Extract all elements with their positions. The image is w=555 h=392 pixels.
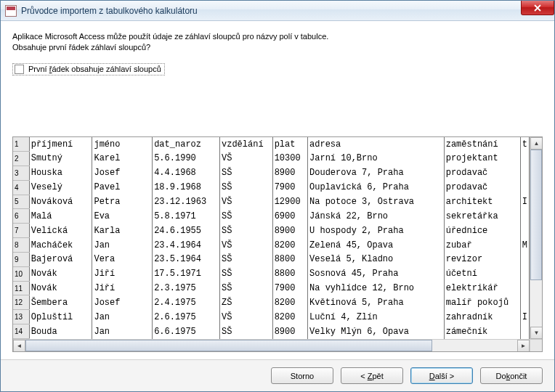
cell [520,152,529,166]
cell [520,224,529,238]
cell: I [520,310,529,324]
preview-grid: 1příjmeníjménodat_narozvzděláníplatadres… [12,136,543,352]
cell: SŠ [219,324,272,339]
cell: 7900 [272,281,307,295]
table-row[interactable]: 5NovákováPetra23.12.1963VŠ12900Na potoce… [13,195,530,209]
cell [520,180,529,195]
cell: Jiří [92,281,153,295]
table-row[interactable]: 13OpluštilJan2.6.1975VŠ8200Luční 4, Zlín… [13,310,530,324]
cell: 7900 [272,180,307,195]
table-row[interactable]: 2SmutnýKarel5.6.1990VŠ10300Jarní 10,Brno… [13,152,530,166]
row-number: 14 [13,324,29,339]
cell: 12900 [272,195,307,209]
vertical-scroll-thumb[interactable] [530,150,542,280]
table-row[interactable]: 10NovákJiří17.5.1971SŠ8800Sosnová 45, Pr… [13,266,530,281]
finish-button[interactable]: Dokončit [480,367,543,384]
close-button[interactable] [521,1,554,15]
cell: VŠ [219,195,272,209]
cell: Luční 4, Zlín [308,310,445,324]
horizontal-scroll-track[interactable] [432,340,517,351]
first-row-headers-label: První řádek obsahuje záhlaví sloupců [28,65,161,73]
scroll-left-arrow-icon[interactable]: ◄ [13,340,25,352]
horizontal-scrollbar[interactable]: ◄ ► [13,339,542,351]
cell: dat_naroz [153,137,220,152]
row-number: 6 [13,209,29,224]
scroll-up-arrow-icon[interactable]: ▲ [530,137,542,150]
scroll-right-arrow-icon[interactable]: ► [517,340,530,352]
cell: Květinová 5, Praha [308,295,445,310]
first-row-headers-option[interactable]: První řádek obsahuje záhlaví sloupců [12,63,165,75]
cell: 23.5.1964 [153,252,220,266]
first-row-headers-checkbox[interactable] [15,65,24,74]
close-icon [534,4,541,12]
cell: SŠ [219,252,272,266]
horizontal-scroll-thumb[interactable] [25,340,432,351]
cell: 18.9.1968 [153,180,220,195]
table-row[interactable]: 9BajerováVera23.5.1964SŠ8800Veselá 5, Kl… [13,252,530,266]
row-number: 2 [13,152,29,166]
table-row[interactable]: 3HouskaJosef4.4.1968SŠ8900Douderova 7, P… [13,166,530,180]
table-row[interactable]: 14BoudaJan6.6.1975SŠ8900Velky Mlýn 6, Op… [13,324,530,339]
next-button[interactable]: Další > [410,367,473,384]
cell: Jiří [92,266,153,281]
cell: zubař [444,238,520,253]
cell: VŠ [219,152,272,166]
cell: 8200 [272,238,307,253]
cell: 8800 [272,252,307,266]
cancel-button[interactable]: Storno [271,367,333,384]
cell: prodavač [444,180,520,195]
app-icon [5,5,17,17]
cell: U hospody 2, Praha [308,224,445,238]
cell [520,209,529,224]
cell: Jarní 10,Brno [308,152,445,166]
cell: Smutný [29,152,92,166]
cell: Macháček [29,238,92,253]
cell: Opluštil [29,310,92,324]
cell: 24.6.1955 [153,224,220,238]
table-row[interactable]: 11NovákJiří2.3.1975SŠ7900Na vyhlídce 12,… [13,281,530,295]
cell: elektrikář [444,281,520,295]
back-button[interactable]: < Zpět [341,367,403,384]
vertical-scroll-track[interactable] [530,280,542,327]
cell: Velická [29,224,92,238]
cell: Šembera [29,295,92,310]
cell: VŠ [219,310,272,324]
cell: SŠ [219,209,272,224]
row-number: 11 [13,281,29,295]
table-row[interactable]: 12ŠemberaJosef2.4.1975ZŠ8200Květinová 5,… [13,295,530,310]
cell: plat [272,137,307,152]
cell: architekt [444,195,520,209]
cell: 8900 [272,166,307,180]
table-row[interactable]: 4VeselýPavel18.9.1968SŠ7900Ouplavická 6,… [13,180,530,195]
table-row[interactable]: 1příjmeníjménodat_narozvzděláníplatadres… [13,137,530,152]
row-number: 12 [13,295,29,310]
cell: účetní [444,266,520,281]
titlebar: Průvodce importem z tabulkového kalkulát… [1,1,554,21]
cell: Pavel [92,180,153,195]
table-row[interactable]: 6MaláEva5.8.1971SŠ6900Jánská 22, Brnosek… [13,209,530,224]
cell: SŠ [219,166,272,180]
cell: Veselá 5, Kladno [308,252,445,266]
cell: 23.4.1964 [153,238,220,253]
cell [520,166,529,180]
row-number: 5 [13,195,29,209]
row-number: 13 [13,310,29,324]
cell: SŠ [219,224,272,238]
cell: projektant [444,152,520,166]
cell: Na potoce 3, Ostrava [308,195,445,209]
vertical-scrollbar[interactable]: ▲ ▼ [530,137,542,339]
table-row[interactable]: 8MacháčekJan23.4.1964VŠ8200Zelená 45, Op… [13,238,530,253]
table-row[interactable]: 7VelickáKarla24.6.1955SŠ8900U hospody 2,… [13,224,530,238]
cell [520,295,529,310]
cell: 6900 [272,209,307,224]
row-number: 1 [13,137,29,152]
cell: Eva [92,209,153,224]
cell: malíř pokojů [444,295,520,310]
cell: Novák [29,281,92,295]
cell: zahradník [444,310,520,324]
scroll-down-arrow-icon[interactable]: ▼ [530,327,542,339]
cell: Karel [92,152,153,166]
wizard-body: Aplikace Microsoft Access může použít úd… [1,21,554,359]
cell: adresa [308,137,445,152]
cell: vzdělání [219,137,272,152]
